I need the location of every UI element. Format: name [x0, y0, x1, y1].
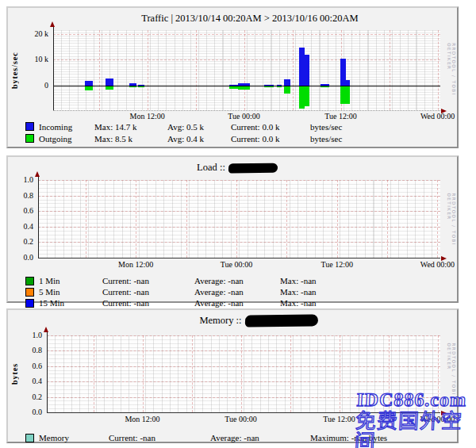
x-tick-label: Mon 12:00: [117, 415, 168, 423]
legend-stat: Current: -nan: [109, 433, 210, 442]
y-tick-label: 0.6: [5, 206, 33, 215]
grid-major-vline: [438, 30, 439, 110]
y-tick-label: 10 k: [20, 55, 48, 63]
load-graph-panel[interactable]: Load :: RRDTOOL / TOBI OETIKER 1.00.80.6…: [6, 155, 459, 303]
legend-stat: Current: 0.0 k: [231, 122, 310, 132]
y-tick-label: 1.0: [5, 175, 33, 184]
grid-major-hline: [47, 350, 440, 351]
grid-major-hline: [38, 242, 440, 243]
legend-row: MemoryCurrent: -nanAverage: -nanMaximum:…: [25, 432, 387, 443]
legend-stat: Average: -nan: [194, 276, 280, 285]
grid-major-vline: [437, 180, 438, 258]
x-axis: [53, 110, 440, 111]
y-tick-label: 0.0: [5, 253, 33, 262]
y-axis-arrow-icon: [44, 327, 48, 332]
outgoing-bar: [138, 86, 144, 87]
grid-major-hline: [38, 196, 440, 197]
grid-major-vline: [94, 335, 94, 412]
grid-major-vline: [340, 335, 340, 412]
outgoing-bar: [340, 86, 346, 104]
grid-major-hline: [47, 335, 440, 336]
y-axis: [47, 332, 48, 412]
legend-stat: Avg: 0.4 k: [167, 134, 231, 144]
y-tick-label: 0.2: [5, 237, 33, 246]
x-tick-label: Mon 12:00: [110, 260, 161, 269]
x-tick-label: Tue 12:00: [316, 112, 367, 121]
y-axis-title: bytes: [10, 335, 19, 412]
5-min-swatch-icon: [25, 288, 34, 297]
grid-major-vline: [186, 180, 187, 258]
legend-series-label: Memory: [39, 433, 109, 442]
legend-stat: Average: -nan: [194, 287, 280, 297]
idc886-watermark: IDC886.com 免费国外空间: [354, 390, 476, 448]
incoming-bar: [346, 80, 350, 86]
idc886-watermark-url: IDC886.com: [356, 390, 476, 409]
load-graph-title: Load ::: [13, 162, 462, 174]
grid-major-vline: [337, 180, 338, 258]
rrdtool-watermark: RRDTOOL / TOBI OETIKER: [447, 193, 456, 266]
legend-series-label: 1 Min: [39, 276, 102, 285]
traffic-graph-title: Traffic | 2013/10/14 00:20AM > 2013/10/1…: [25, 13, 474, 25]
redacted-hostname: [228, 163, 278, 173]
legend-stat: Max: -nan: [280, 276, 317, 285]
outgoing-bar: [85, 86, 93, 90]
grid-major-vline: [196, 30, 197, 110]
legend-stat: Current: -nan: [102, 287, 194, 297]
grid-major-vline: [99, 30, 100, 110]
grid-major-vline: [236, 180, 237, 258]
grid-major-vline: [290, 335, 291, 412]
outgoing-bar: [321, 86, 329, 87]
incoming-bar: [284, 79, 290, 86]
outgoing-swatch-icon: [25, 134, 34, 143]
legend-stat: Average: -nan: [210, 433, 310, 442]
traffic-plot: [53, 30, 440, 110]
graphs-page: Traffic | 2013/10/14 00:20AM > 2013/10/1…: [0, 0, 476, 448]
x-tick-label: Tue 00:00: [216, 415, 267, 423]
legend-row: IncomingMax: 14.7 kAvg: 0.5 kCurrent: 0.…: [25, 121, 342, 132]
traffic-graph-panel[interactable]: Traffic | 2013/10/14 00:20AM > 2013/10/1…: [6, 6, 459, 148]
grid-major-vline: [192, 335, 193, 412]
y-tick-label: 0.4: [5, 222, 33, 231]
legend-stat: Current: -nan: [102, 298, 194, 308]
legend-stat: Max: -nan: [280, 287, 317, 297]
load-plot: [38, 180, 440, 258]
legend-series-label: Outgoing: [39, 134, 94, 144]
grid-major-hline: [47, 381, 440, 382]
legend-stat: Current: -nan: [102, 276, 194, 285]
grid-major-vline: [136, 180, 136, 258]
grid-major-hline: [38, 211, 440, 212]
grid-major-vline: [86, 180, 86, 258]
y-axis: [53, 27, 54, 110]
y-tick-label: 0.8: [5, 191, 33, 200]
legend-row: 5 MinCurrent: -nanAverage: -nanMax: -nan: [25, 286, 317, 297]
zero-line: [53, 86, 440, 86]
y-axis: [38, 177, 39, 258]
y-axis-arrow-icon: [50, 21, 55, 27]
legend-row: 1 MinCurrent: -nanAverage: -nanMax: -nan: [25, 275, 317, 286]
legend-stat: Max: 14.7 k: [94, 122, 167, 132]
legend-stat: Average: -nan: [194, 298, 280, 308]
incoming-swatch-icon: [25, 122, 34, 131]
y-tick-label: 20 k: [20, 29, 48, 38]
legend-series-label: 15 Min: [39, 298, 102, 308]
grid-major-vline: [143, 335, 144, 412]
x-tick-label: Mon 12:00: [122, 112, 173, 121]
memory-legend: MemoryCurrent: -nanAverage: -nanMaximum:…: [25, 432, 387, 443]
grid-major-hline: [53, 34, 440, 35]
grid-major-vline: [286, 180, 287, 258]
outgoing-bar: [305, 86, 309, 106]
incoming-bar: [340, 59, 346, 86]
outgoing-bar: [299, 86, 305, 109]
idc886-watermark-cjk: 免费国外空间: [354, 412, 476, 448]
grid-major-vline: [387, 180, 388, 258]
grid-major-vline: [390, 30, 390, 110]
x-tick-label: Tue 00:00: [219, 112, 270, 121]
outgoing-bar: [238, 86, 250, 90]
x-tick-label: Tue 12:00: [312, 260, 363, 269]
legend-stat: Current: 0.0 k: [231, 134, 310, 144]
legend-stat: bytes/sec: [310, 122, 342, 132]
grid-major-vline: [148, 30, 148, 110]
y-axis-title: bytes/sec: [10, 30, 19, 110]
incoming-bar: [299, 48, 305, 86]
redacted-hostname: [244, 314, 318, 327]
